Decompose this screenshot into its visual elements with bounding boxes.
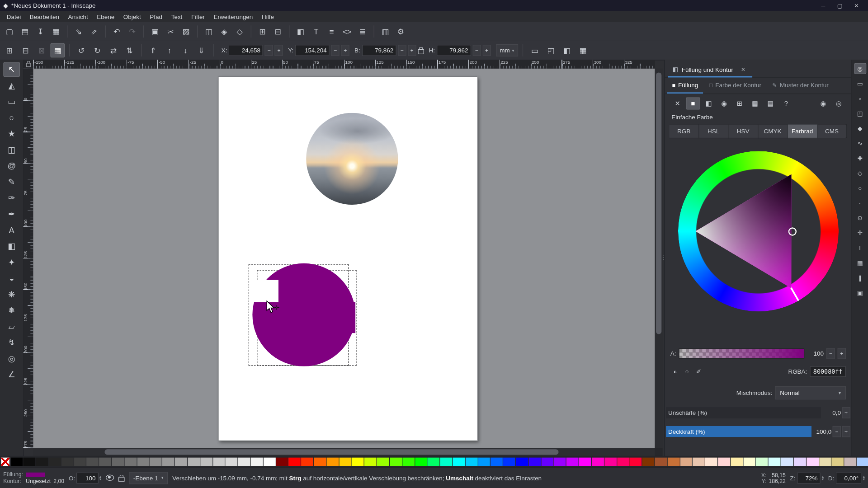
ellipse-tool[interactable]: ○ xyxy=(3,110,20,125)
width-decrement-button[interactable]: − xyxy=(398,45,406,56)
menu-bearbeiten[interactable]: Bearbeiten xyxy=(25,12,64,21)
palette-swatch[interactable] xyxy=(402,457,415,465)
scale-stroke-toggle[interactable]: ▭ xyxy=(528,43,542,58)
palette-swatch[interactable] xyxy=(503,457,515,465)
mode-cmyk[interactable]: CMYK xyxy=(758,124,788,138)
spinner-arrows-icon[interactable]: ▴▾ xyxy=(863,475,865,480)
palette-swatch[interactable] xyxy=(642,457,655,465)
horizontal-ruler[interactable]: -150-125-100-75-50-250255075100125150175… xyxy=(33,60,655,69)
fill-mesh-gradient[interactable]: ⊞ xyxy=(732,98,747,110)
tab-farbe-der-kontur[interactable]: □ Farbe der Kontur xyxy=(704,78,766,94)
align-distribute-dialog[interactable]: ≡ xyxy=(325,24,339,39)
sunset-photo-circle[interactable] xyxy=(306,113,398,205)
palette-swatch[interactable] xyxy=(86,457,99,465)
selected-purple-shape[interactable] xyxy=(241,259,357,370)
rectangle-tool[interactable]: ▭ xyxy=(3,94,20,109)
blur-slider[interactable]: Unschärfe (%) xyxy=(666,407,821,418)
object-opacity-field[interactable]: 100 xyxy=(76,472,99,483)
dock-resize-handle[interactable]: ⋮ xyxy=(661,249,664,266)
fill-swatch[interactable]: ▤ xyxy=(764,98,778,110)
palette-swatch[interactable] xyxy=(528,457,541,465)
horizontal-scrollbar[interactable] xyxy=(33,448,655,456)
fill-none[interactable]: ✕ xyxy=(670,98,685,110)
fill-flat[interactable]: ■ xyxy=(686,98,700,110)
zoom-field[interactable]: 72% xyxy=(797,472,820,483)
height-field[interactable]: 79,862 xyxy=(437,45,471,56)
menu-ansicht[interactable]: Ansicht xyxy=(64,12,93,21)
box3d-tool[interactable]: ◫ xyxy=(3,142,20,157)
palette-swatch[interactable] xyxy=(579,457,591,465)
palette-swatch[interactable] xyxy=(24,457,36,465)
selector-tool[interactable]: ↖ xyxy=(3,62,20,77)
palette-swatch[interactable] xyxy=(705,457,717,465)
palette-swatch[interactable] xyxy=(857,457,868,465)
palette-swatch[interactable] xyxy=(112,457,124,465)
fill-pattern[interactable]: ▦ xyxy=(748,98,762,110)
new-document[interactable]: ▢ xyxy=(2,24,17,39)
palette-swatch[interactable] xyxy=(592,457,604,465)
snap-object-centers[interactable]: ⊙ xyxy=(854,212,866,223)
opacity-increment-button[interactable]: + xyxy=(842,426,850,437)
raise[interactable]: ↑ xyxy=(162,43,177,58)
lower[interactable]: ↓ xyxy=(178,43,193,58)
measure-tool[interactable]: ∠ xyxy=(3,367,20,382)
select-all-layers[interactable]: ⊟ xyxy=(18,43,33,58)
palette-swatch[interactable] xyxy=(276,457,288,465)
mode-cms[interactable]: CMS xyxy=(817,124,847,138)
snap-grid[interactable]: ▦ xyxy=(854,257,866,268)
mode-hsv[interactable]: HSV xyxy=(728,124,758,138)
mode-farbrad[interactable]: Farbrad xyxy=(788,124,817,138)
palette-swatch[interactable] xyxy=(99,457,111,465)
spray-tool[interactable]: ❅ xyxy=(3,303,20,318)
palette-swatch[interactable] xyxy=(301,457,313,465)
fill-rule-nonzero[interactable]: ◉ xyxy=(816,98,830,110)
snap-bbox-corners[interactable]: ◰ xyxy=(854,108,866,119)
x-decrement-button[interactable]: − xyxy=(265,45,273,56)
palette-swatch[interactable] xyxy=(49,457,61,465)
palette-swatch[interactable] xyxy=(566,457,579,465)
eraser-tool[interactable]: ▱ xyxy=(3,319,20,333)
palette-swatch[interactable] xyxy=(137,457,149,465)
menu-filter[interactable]: Filter xyxy=(187,12,209,21)
palette-swatch[interactable] xyxy=(162,457,175,465)
snap-rotation-centers[interactable]: ✛ xyxy=(854,227,866,238)
tab-fuellung[interactable]: ■ Füllung xyxy=(667,78,703,94)
unlink-clone[interactable]: ◇ xyxy=(232,24,247,39)
flip-vertical[interactable]: ⇅ xyxy=(123,43,137,58)
palette-swatch[interactable] xyxy=(364,457,377,465)
alpha-decrement-button[interactable]: − xyxy=(826,348,835,359)
palette-swatch[interactable] xyxy=(124,457,137,465)
palette-swatch[interactable] xyxy=(428,457,440,465)
palette-swatch[interactable] xyxy=(617,457,629,465)
y-increment-button[interactable]: + xyxy=(341,45,349,56)
palette-swatch[interactable] xyxy=(819,457,831,465)
palette-swatch[interactable] xyxy=(264,457,276,465)
clone[interactable]: ◈ xyxy=(217,24,231,39)
opacity-slider[interactable]: Deckkraft (%) xyxy=(666,426,811,437)
palette-none-swatch[interactable] xyxy=(1,457,9,465)
stroke-value[interactable]: Ungesetzt xyxy=(26,478,51,484)
guides-lock-toggle[interactable] xyxy=(26,63,31,67)
palette-swatch[interactable] xyxy=(238,457,250,465)
dropper-tool[interactable]: ✦ xyxy=(3,254,20,269)
paint-bucket-tool[interactable]: ◒ xyxy=(3,271,20,286)
palette-swatch[interactable] xyxy=(377,457,389,465)
tab-muster-der-kontur[interactable]: ✎ Muster der Kontur xyxy=(768,78,834,94)
palette-swatch[interactable] xyxy=(844,457,856,465)
star-tool[interactable]: ★ xyxy=(3,126,20,141)
minimize-button[interactable]: ─ xyxy=(815,0,831,11)
unit-selector[interactable]: mm ▾ xyxy=(496,44,518,56)
menu-datei[interactable]: Datei xyxy=(2,12,25,21)
palette-swatch[interactable] xyxy=(807,457,819,465)
gamut-icon[interactable]: ◐ xyxy=(670,366,680,376)
pick-color-button[interactable]: ✐ xyxy=(693,366,703,376)
alpha-slider[interactable] xyxy=(679,348,804,358)
palette-swatch[interactable] xyxy=(314,457,326,465)
vertical-ruler[interactable]: 0255075100125150175200225250275 xyxy=(23,69,33,448)
layer-visibility-toggle[interactable] xyxy=(106,475,114,481)
preferences[interactable]: ⚙ xyxy=(394,24,408,39)
fill-color-swatch[interactable] xyxy=(26,472,45,477)
palette-swatch[interactable] xyxy=(251,457,263,465)
horizontal-scrollbar-thumb[interactable] xyxy=(105,449,559,455)
stroke-width-value[interactable]: 2,00 xyxy=(53,478,64,484)
